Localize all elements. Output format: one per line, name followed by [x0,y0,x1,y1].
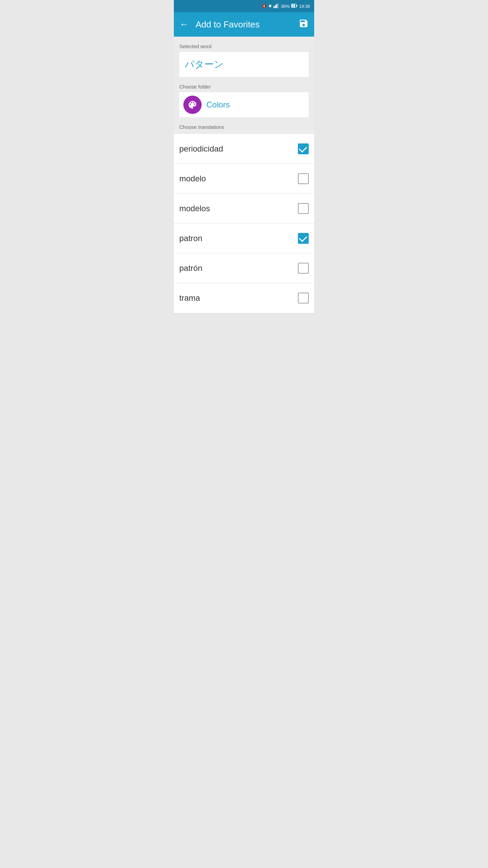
svg-rect-5 [297,5,297,7]
status-icons: 🔇 ✱ 36% 19:36 [262,3,310,9]
choose-folder-label: Choose folder [179,84,309,90]
translation-checkbox[interactable] [298,233,309,244]
battery-percent: 36% [281,4,289,9]
translation-text: patrón [179,263,202,273]
translation-item[interactable]: trama [174,283,314,313]
selected-word-label: Selected word [179,43,309,49]
choose-translations-label: Choose translations [179,124,309,130]
svg-rect-0 [273,6,274,8]
app-bar-title: Add to Favorites [196,19,260,30]
svg-rect-3 [278,3,279,8]
translation-text: patron [179,234,202,243]
translation-text: trama [179,293,200,303]
app-bar-left: ← Add to Favorites [179,19,260,30]
selected-word-value: パターン [185,59,224,70]
svg-rect-2 [276,4,277,8]
back-button[interactable]: ← [179,20,189,29]
time-display: 19:36 [299,4,310,9]
save-button[interactable] [299,18,309,31]
folder-icon-circle [183,96,202,114]
translation-item[interactable]: patrón [174,253,314,283]
status-bar: 🔇 ✱ 36% 19:36 [174,0,314,12]
translations-list: periodicidadmodelomodelospatronpatróntra… [174,134,314,313]
battery-icon [291,4,297,9]
content-area: Selected word パターン Choose folder Colors … [174,37,314,134]
translation-item[interactable]: modelos [174,194,314,223]
app-bar: ← Add to Favorites [174,12,314,37]
folder-name: Colors [206,100,230,110]
translation-checkbox[interactable] [298,203,309,214]
translation-checkbox[interactable] [298,143,309,154]
translation-checkbox[interactable] [298,293,309,303]
translation-text: periodicidad [179,144,223,154]
bluetooth-icon: ✱ [268,4,272,8]
folder-selector[interactable]: Colors [179,92,309,117]
selected-word-box: パターン [179,52,309,77]
translation-text: modelo [179,174,206,183]
translation-item[interactable]: patron [174,223,314,253]
translation-item[interactable]: modelo [174,164,314,194]
signal-icon [273,3,279,9]
svg-rect-1 [275,5,276,8]
mute-icon: 🔇 [262,4,267,8]
translation-item[interactable]: periodicidad [174,134,314,164]
translation-checkbox[interactable] [298,173,309,184]
translation-text: modelos [179,204,210,213]
translation-checkbox[interactable] [298,263,309,274]
